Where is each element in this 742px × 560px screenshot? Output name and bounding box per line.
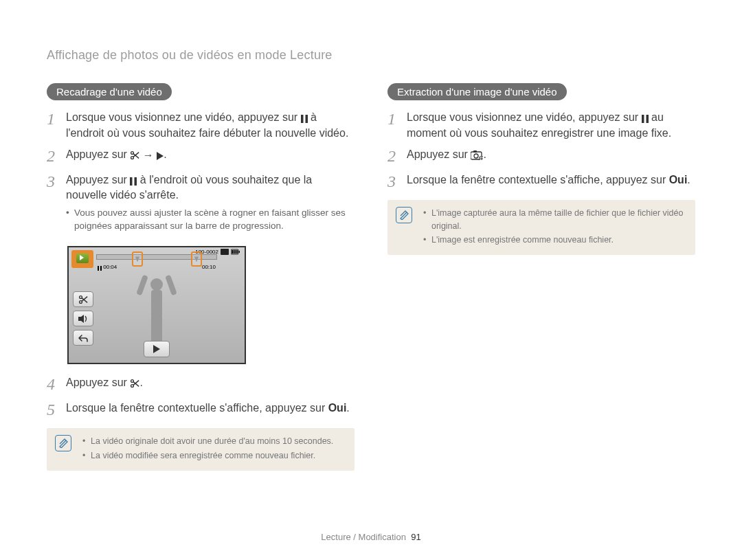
trim-handle-right — [191, 251, 202, 267]
text: Lorsque vous visionnez une vidéo, appuye… — [66, 111, 301, 123]
text: Appuyez sur — [66, 377, 130, 388]
text: . — [687, 174, 690, 186]
svg-rect-36 — [473, 150, 477, 153]
text: . — [139, 377, 142, 388]
step-body: Appuyez sur . — [66, 375, 355, 393]
memory-icon — [221, 249, 229, 255]
step-3: 3 Lorsque la fenêtre contextuelle s'affi… — [387, 172, 695, 190]
right-column: Extraction d'une image d'une vidéo 1 Lor… — [387, 83, 695, 471]
svg-rect-16 — [100, 266, 102, 271]
pause-icon — [642, 111, 649, 126]
footer-section: Lecture / Modification — [321, 532, 406, 542]
svg-rect-9 — [221, 249, 229, 255]
svg-rect-11 — [238, 251, 240, 253]
step-body: Lorsque vous visionnez une vidéo, appuye… — [407, 110, 695, 140]
note-icon — [396, 207, 412, 223]
text: Appuyez sur — [66, 148, 130, 160]
svg-rect-12 — [232, 250, 234, 254]
side-buttons — [73, 291, 93, 346]
step-number: 4 — [47, 375, 66, 393]
video-trim-screenshot: 100-0002 00:04 00:10 — [67, 246, 246, 364]
volume-button — [73, 311, 93, 326]
play-icon — [157, 148, 164, 163]
svg-rect-14 — [236, 250, 238, 254]
step-body: Lorsque vous visionnez une vidéo, appuye… — [66, 110, 355, 140]
step-4: 4 Appuyez sur . — [47, 375, 355, 393]
svg-rect-33 — [642, 115, 644, 123]
svg-rect-19 — [136, 275, 148, 295]
sub-bullets: Vous pouvez aussi ajuster la scène à rog… — [66, 207, 355, 233]
bullet: Vous pouvez aussi ajuster la scène à rog… — [66, 207, 355, 233]
text: Lorsque la fenêtre contextuelle s'affich… — [407, 174, 669, 186]
step-1: 1 Lorsque vous visionnez une vidéo, appu… — [387, 110, 695, 140]
step-number: 5 — [47, 401, 66, 418]
step-number: 3 — [387, 172, 407, 190]
svg-marker-6 — [157, 152, 164, 160]
svg-marker-28 — [153, 345, 160, 353]
svg-rect-0 — [301, 115, 304, 123]
svg-rect-7 — [130, 177, 133, 186]
note-item: L'image est enregistrée comme nouveau fi… — [423, 234, 686, 247]
text: Lorsque la fenêtre contextuelle s'affich… — [66, 402, 328, 414]
note-icon — [55, 435, 71, 451]
pause-icon — [130, 173, 137, 188]
step-number: 3 — [47, 172, 66, 240]
play-button — [144, 341, 170, 357]
trim-handle-left — [132, 251, 143, 267]
step-body: Appuyez sur . — [407, 147, 695, 165]
bold-text: Oui — [669, 174, 688, 186]
step-number: 1 — [47, 110, 66, 140]
svg-marker-27 — [78, 315, 84, 323]
text: . — [164, 148, 166, 160]
step-body: Lorsque la fenêtre contextuelle s'affich… — [407, 172, 695, 190]
text: Appuyez sur — [407, 148, 471, 160]
section-pill-right: Extraction d'une image d'une vidéo — [387, 83, 567, 100]
bold-text: Oui — [328, 402, 347, 414]
section-pill-left: Recadrage d'une vidéo — [47, 83, 172, 100]
time-left: 00:04 — [98, 264, 117, 270]
step-5: 5 Lorsque la fenêtre contextuelle s'affi… — [47, 401, 355, 418]
scissors-icon — [130, 148, 139, 163]
step-body: Appuyez sur à l'endroit où vous souhaite… — [66, 172, 355, 240]
step-number: 1 — [387, 110, 407, 140]
note-item: La vidéo originale doit avoir une durée … — [82, 435, 345, 448]
back-button — [73, 330, 93, 346]
svg-point-17 — [150, 278, 163, 291]
video-thumbnail-icon — [71, 250, 93, 268]
scissors-icon — [130, 376, 139, 391]
note-box-left: La vidéo originale doit avoir une durée … — [47, 428, 355, 471]
battery-icon — [231, 249, 240, 255]
page: Affichage de photos ou de vidéos en mode… — [0, 0, 742, 491]
page-footer: Lecture / Modification 91 — [0, 532, 742, 542]
scissors-button — [73, 291, 93, 307]
left-column: Recadrage d'une vidéo 1 Lorsque vous vis… — [47, 83, 355, 471]
page-header: Affichage de photos ou de vidéos en mode… — [47, 48, 695, 63]
svg-rect-13 — [234, 250, 236, 254]
text: . — [483, 148, 486, 160]
text: Lorsque vous visionnez une vidéo, appuye… — [407, 111, 642, 123]
columns: Recadrage d'une vidéo 1 Lorsque vous vis… — [47, 83, 695, 471]
text: . — [346, 402, 349, 414]
arrow-icon: → — [143, 148, 154, 163]
text: Appuyez sur — [66, 174, 130, 186]
svg-rect-15 — [98, 266, 99, 271]
step-2: 2 Appuyez sur . — [387, 147, 695, 165]
svg-point-37 — [474, 154, 478, 158]
note-box-right: L'image capturée aura la même taille de … — [387, 200, 695, 255]
note-item: L'image capturée aura la même taille de … — [423, 207, 686, 233]
svg-rect-18 — [151, 290, 162, 317]
pause-icon — [301, 111, 308, 126]
page-number: 91 — [411, 532, 420, 542]
step-number: 2 — [387, 147, 407, 165]
step-3: 3 Appuyez sur à l'endroit où vous souhai… — [47, 172, 355, 240]
capture-icon — [471, 148, 483, 163]
step-2: 2 Appuyez sur → . — [47, 147, 355, 165]
svg-rect-20 — [165, 275, 177, 295]
step-number: 2 — [47, 147, 66, 165]
step-1: 1 Lorsque vous visionnez une vidéo, appu… — [47, 110, 355, 140]
time-right: 00:10 — [202, 264, 216, 270]
step-body: Appuyez sur → . — [66, 147, 355, 165]
step-body: Lorsque la fenêtre contextuelle s'affich… — [66, 401, 355, 418]
note-item: La vidéo modifiée sera enregistrée comme… — [82, 449, 345, 462]
